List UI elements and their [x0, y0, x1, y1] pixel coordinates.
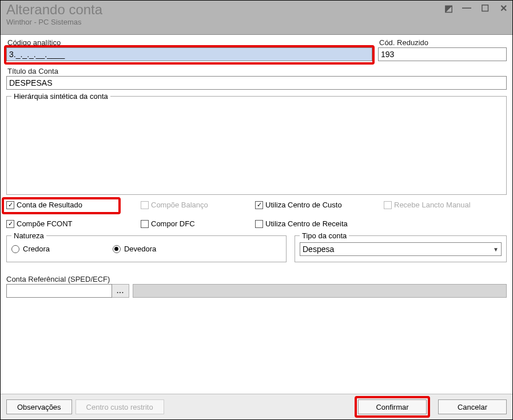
display-conta-referencial-desc [133, 284, 507, 298]
label-devedora: Devedora [124, 245, 156, 253]
label-credora: Credora [23, 245, 50, 253]
input-titulo[interactable] [6, 76, 507, 90]
select-tipo-conta[interactable]: Despesa ▼ [300, 242, 502, 256]
label-titulo: Título da Conta [6, 67, 507, 75]
legend-hierarquia: Hierárquia sintética da conta [11, 92, 110, 101]
close-icon[interactable]: ✕ [498, 3, 509, 13]
label-compoe-fcont: Compõe FCONT [17, 219, 73, 228]
checkbox-recebe-lancto [384, 201, 392, 209]
label-codigo-analitico: Código analítico [6, 38, 372, 47]
checkbox-compoe-fcont[interactable]: ✓ [6, 220, 14, 228]
window-title: Alterando conta [6, 3, 507, 17]
label-utiliza-centro-custo: Utiliza Centro de Custo [265, 201, 342, 209]
window-subtitle: Winthor - PC Sistemas [6, 18, 507, 26]
checkbox-utiliza-centro-receita[interactable] [255, 220, 263, 228]
label-cod-reduzido: Cód. Reduzido [378, 38, 507, 47]
maximize-icon[interactable]: ☐ [479, 3, 491, 13]
button-bar: Observações Centro custo restrito Confir… [1, 394, 512, 419]
label-conta-referencial: Conta Referêncial (SPED/ECF) [6, 275, 507, 283]
titlebar: Alterando conta Winthor - PC Sistemas ◩ … [1, 1, 512, 35]
input-cod-reduzido[interactable] [378, 47, 507, 61]
lookup-button[interactable]: ... [112, 284, 129, 298]
radio-credora[interactable] [11, 245, 19, 253]
label-conta-resultado: Conta de Resultado [17, 201, 82, 209]
legend-tipo: Tipo da conta [300, 231, 349, 240]
select-tipo-value: Despesa [303, 245, 334, 254]
restore-icon[interactable]: ◩ [443, 3, 454, 13]
fieldset-hierarquia: Hierárquia sintética da conta [6, 92, 507, 195]
checkbox-compoe-balanco [141, 201, 149, 209]
input-codigo-analitico[interactable] [6, 47, 372, 61]
label-compor-dfc: Compor DFC [151, 219, 195, 228]
cancelar-button[interactable]: Cancelar [438, 399, 507, 414]
label-utiliza-centro-receita: Utiliza Centro de Receita [265, 219, 348, 228]
legend-natureza: Natureza [11, 231, 46, 240]
content-area: Código analítico Cód. Reduzido Título da… [1, 35, 512, 419]
label-compoe-balanco: Compõe Balanço [151, 201, 208, 209]
dialog-alterando-conta: Alterando conta Winthor - PC Sistemas ◩ … [0, 0, 513, 420]
checkbox-utiliza-centro-custo[interactable]: ✓ [255, 201, 263, 209]
fieldset-natureza: Natureza Credora Devedora [6, 231, 287, 262]
chevron-down-icon: ▼ [493, 246, 499, 253]
checkbox-conta-resultado[interactable]: ✓ [6, 201, 14, 209]
observacoes-button[interactable]: Observações [6, 399, 72, 414]
checkbox-compor-dfc[interactable] [141, 220, 149, 228]
centro-custo-restrito-button: Centro custo restrito [75, 399, 164, 414]
label-recebe-lancto: Recebe Lancto Manual [394, 201, 471, 209]
fieldset-tipo-conta: Tipo da conta Despesa ▼ [295, 231, 507, 262]
input-conta-referencial[interactable] [6, 284, 112, 298]
confirmar-button[interactable]: Confirmar [358, 399, 427, 414]
minimize-icon[interactable]: — [461, 3, 472, 13]
radio-devedora[interactable] [113, 245, 121, 253]
